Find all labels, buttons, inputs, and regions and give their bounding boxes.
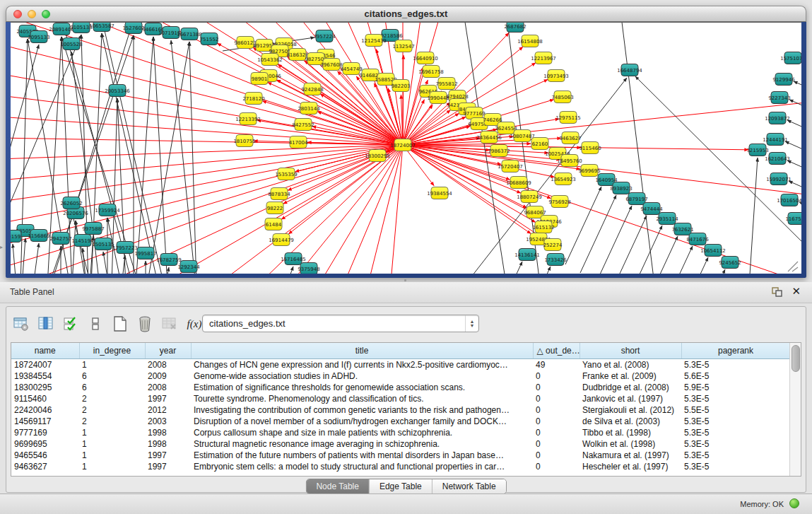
cell-in_degree[interactable]: 6 [79, 370, 145, 382]
cell-year[interactable]: 1997 [145, 393, 191, 404]
column-header-out_degree[interactable]: △ out_de… [533, 343, 579, 359]
panel-collapse-arrow[interactable]: ▸ [0, 244, 3, 250]
cell-in_degree[interactable]: 2 [79, 416, 145, 427]
function-builder-icon[interactable]: f(x) [185, 315, 204, 333]
cell-year[interactable]: 2012 [145, 404, 191, 416]
cell-pagerank[interactable]: 5.3E-5 [681, 438, 790, 450]
cell-pagerank[interactable]: 5.3E-5 [681, 416, 790, 427]
cell-pagerank[interactable]: 5.3E-5 [681, 427, 790, 438]
table-scrollbar-thumb[interactable] [792, 345, 800, 372]
tab-node-table[interactable]: Node Table [306, 479, 369, 493]
cell-name[interactable]: 14569117 [11, 416, 79, 427]
cell-name[interactable]: 22420046 [11, 404, 79, 416]
cell-pagerank[interactable]: 5.3E-5 [681, 461, 790, 472]
cell-pagerank[interactable]: 5.3E-5 [681, 393, 790, 404]
row-selection-icon[interactable] [61, 315, 80, 333]
cell-short[interactable]: Franke et al. (2009) [579, 370, 681, 382]
cell-year[interactable]: 1997 [145, 461, 191, 472]
cell-in_degree[interactable]: 6 [79, 382, 145, 393]
cell-title[interactable]: Structural magnetic resonance image aver… [191, 438, 533, 450]
cell-title[interactable]: Genome-wide association studies in ADHD. [191, 370, 533, 382]
close-panel-icon[interactable]: ✕ [792, 285, 801, 298]
network-canvas[interactable]: 2405572209513320891406100552891051331065… [11, 22, 801, 274]
cell-out_degree[interactable]: 0 [533, 382, 579, 393]
table-row[interactable]: 1830029562008Estimation of significance … [11, 382, 790, 393]
tab-network-table[interactable]: Network Table [432, 479, 506, 493]
table-row[interactable]: 1872400712008Changes of HCN gene express… [11, 359, 790, 371]
column-header-pagerank[interactable]: pagerank [681, 343, 790, 359]
column-header-title[interactable]: title [191, 343, 533, 359]
table-row[interactable]: 911546021997Tourette syndrome. Phenomeno… [11, 393, 790, 404]
new-table-icon[interactable] [111, 315, 129, 333]
cell-name[interactable]: 9115460 [11, 393, 79, 404]
column-header-name[interactable]: name [11, 343, 79, 359]
cell-out_degree[interactable]: 0 [533, 416, 579, 427]
cell-title[interactable]: Changes of HCN gene expression and I(f) … [191, 359, 533, 371]
cell-title[interactable]: Investigating the contribution of common… [191, 404, 533, 416]
cell-name[interactable]: 9465546 [11, 450, 79, 461]
cell-name[interactable]: 9699695 [11, 438, 79, 450]
cell-title[interactable]: Tourette syndrome. Phenomenology and cla… [191, 393, 533, 404]
cell-year[interactable]: 1998 [145, 438, 191, 450]
cell-short[interactable]: Dudbridge et al. (2008) [579, 382, 681, 393]
cell-short[interactable]: Hescheler et al. (1997) [579, 461, 681, 472]
cell-short[interactable]: Yano et al. (2008) [579, 359, 681, 371]
memory-status-indicator[interactable] [789, 498, 799, 508]
cell-pagerank[interactable]: 5.3E-5 [681, 450, 790, 461]
cell-in_degree[interactable]: 2 [79, 393, 145, 404]
table-row[interactable]: 1456911722003Disruption of a novel membe… [11, 416, 790, 427]
column-header-in_degree[interactable]: in_degree [79, 343, 145, 359]
column-visibility-icon[interactable] [37, 315, 55, 333]
cell-in_degree[interactable]: 1 [79, 450, 145, 461]
cell-in_degree[interactable]: 1 [79, 359, 145, 371]
cell-in_degree[interactable]: 1 [79, 427, 145, 438]
cell-short[interactable]: Nakamura et al. (1997) [579, 450, 681, 461]
cell-pagerank[interactable]: 5.6E-5 [681, 370, 790, 382]
cell-name[interactable]: 9777169 [11, 427, 79, 438]
cell-short[interactable]: Tibbo et al. (1998) [579, 427, 681, 438]
window-titlebar[interactable]: citations_edges.txt [6, 6, 806, 22]
table-row[interactable]: 1938455462009Genome-wide association stu… [11, 370, 790, 382]
cell-pagerank[interactable]: 5.3E-5 [681, 359, 790, 371]
table-row[interactable]: 946362711997Embryonic stem cells: a mode… [11, 461, 790, 472]
window-resize-grip[interactable] [788, 262, 798, 271]
cell-in_degree[interactable]: 1 [79, 461, 145, 472]
cell-year[interactable]: 2009 [145, 370, 191, 382]
cell-in_degree[interactable]: 1 [79, 438, 145, 450]
table-row[interactable]: 977716911998Corpus callosum shape and si… [11, 427, 790, 438]
cell-name[interactable]: 9463627 [11, 461, 79, 472]
table-row[interactable]: 969969511998Structural magnetic resonanc… [11, 438, 790, 450]
cell-in_degree[interactable]: 2 [79, 404, 145, 416]
cell-year[interactable]: 2008 [145, 382, 191, 393]
cell-title[interactable]: Estimation of significance thresholds fo… [191, 382, 533, 393]
cell-short[interactable]: Wolkin et al. (1998) [579, 438, 681, 450]
table-row[interactable]: 946554611997Estimation of the future num… [11, 450, 790, 461]
cell-pagerank[interactable]: 5.9E-5 [681, 382, 790, 393]
cell-out_degree[interactable]: 0 [533, 393, 579, 404]
cell-title[interactable]: Disruption of a novel member of a sodium… [191, 416, 533, 427]
delete-trash-icon[interactable] [136, 315, 154, 333]
cell-out_degree[interactable]: 0 [533, 427, 579, 438]
cell-out_degree[interactable]: 0 [533, 438, 579, 450]
table-row[interactable]: 2242004622012Investigating the contribut… [11, 404, 790, 416]
cell-name[interactable]: 18300295 [11, 382, 79, 393]
cell-short[interactable]: de Silva et al. (2003) [579, 416, 681, 427]
cell-out_degree[interactable]: 0 [533, 450, 579, 461]
cell-short[interactable]: Jankovic et al. (1997) [579, 393, 681, 404]
cell-year[interactable]: 2008 [145, 359, 191, 371]
cell-year[interactable]: 1997 [145, 450, 191, 461]
cell-out_degree[interactable]: 49 [533, 359, 579, 371]
cell-title[interactable]: Embryonic stem cells: a model to study s… [191, 461, 533, 472]
float-panel-icon[interactable] [772, 287, 782, 297]
delete-table-disabled-icon[interactable] [160, 315, 179, 333]
table-scrollbar[interactable] [789, 343, 801, 476]
cell-out_degree[interactable]: 0 [533, 404, 579, 416]
cell-title[interactable]: Corpus callosum shape and size in male p… [191, 427, 533, 438]
cell-out_degree[interactable]: 0 [533, 370, 579, 382]
cell-out_degree[interactable]: 0 [533, 461, 579, 472]
table-settings-icon[interactable] [12, 315, 30, 333]
table-selector-dropdown[interactable]: citations_edges.txt ▲▼ [202, 315, 479, 332]
cell-pagerank[interactable]: 5.5E-5 [681, 404, 790, 416]
tab-edge-table[interactable]: Edge Table [369, 479, 432, 493]
cell-name[interactable]: 18724007 [11, 359, 79, 371]
